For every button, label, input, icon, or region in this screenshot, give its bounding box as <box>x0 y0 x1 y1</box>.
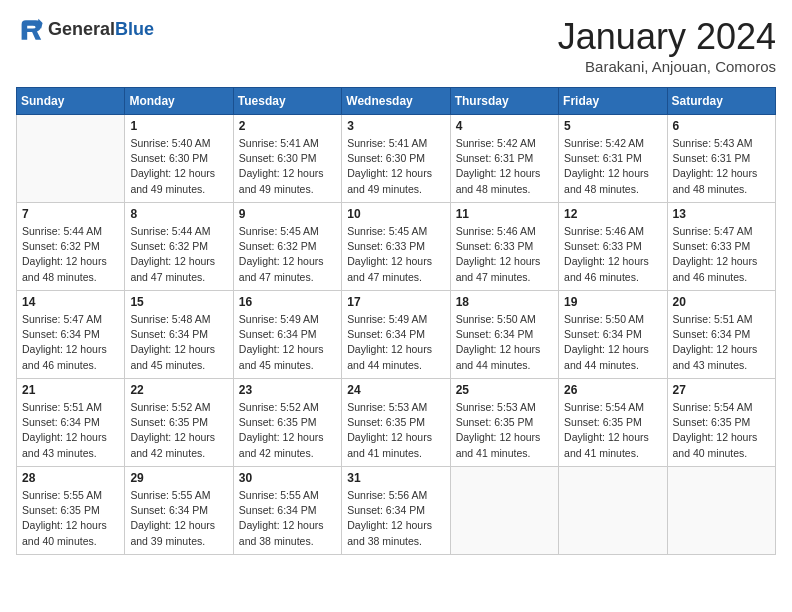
day-info: Sunrise: 5:44 AMSunset: 6:32 PMDaylight:… <box>22 224 119 285</box>
day-number: 7 <box>22 207 119 221</box>
calendar-cell: 6Sunrise: 5:43 AMSunset: 6:31 PMDaylight… <box>667 115 775 203</box>
day-number: 26 <box>564 383 661 397</box>
day-number: 13 <box>673 207 770 221</box>
day-info: Sunrise: 5:47 AMSunset: 6:33 PMDaylight:… <box>673 224 770 285</box>
title-area: January 2024 Barakani, Anjouan, Comoros <box>558 16 776 75</box>
day-number: 28 <box>22 471 119 485</box>
day-info: Sunrise: 5:42 AMSunset: 6:31 PMDaylight:… <box>456 136 553 197</box>
calendar-cell: 15Sunrise: 5:48 AMSunset: 6:34 PMDayligh… <box>125 291 233 379</box>
week-row-2: 7Sunrise: 5:44 AMSunset: 6:32 PMDaylight… <box>17 203 776 291</box>
day-info: Sunrise: 5:55 AMSunset: 6:34 PMDaylight:… <box>239 488 336 549</box>
day-number: 31 <box>347 471 444 485</box>
day-number: 29 <box>130 471 227 485</box>
day-number: 24 <box>347 383 444 397</box>
day-info: Sunrise: 5:49 AMSunset: 6:34 PMDaylight:… <box>239 312 336 373</box>
logo: GeneralBlue <box>16 16 154 44</box>
day-info: Sunrise: 5:40 AMSunset: 6:30 PMDaylight:… <box>130 136 227 197</box>
weekday-header-monday: Monday <box>125 88 233 115</box>
day-number: 6 <box>673 119 770 133</box>
calendar-cell: 12Sunrise: 5:46 AMSunset: 6:33 PMDayligh… <box>559 203 667 291</box>
day-info: Sunrise: 5:45 AMSunset: 6:33 PMDaylight:… <box>347 224 444 285</box>
weekday-header-thursday: Thursday <box>450 88 558 115</box>
calendar-cell: 5Sunrise: 5:42 AMSunset: 6:31 PMDaylight… <box>559 115 667 203</box>
calendar-cell: 4Sunrise: 5:42 AMSunset: 6:31 PMDaylight… <box>450 115 558 203</box>
day-number: 27 <box>673 383 770 397</box>
calendar-cell <box>559 467 667 555</box>
weekday-header-wednesday: Wednesday <box>342 88 450 115</box>
day-info: Sunrise: 5:46 AMSunset: 6:33 PMDaylight:… <box>456 224 553 285</box>
day-info: Sunrise: 5:50 AMSunset: 6:34 PMDaylight:… <box>456 312 553 373</box>
month-title: January 2024 <box>558 16 776 58</box>
day-info: Sunrise: 5:56 AMSunset: 6:34 PMDaylight:… <box>347 488 444 549</box>
day-number: 16 <box>239 295 336 309</box>
weekday-header-row: SundayMondayTuesdayWednesdayThursdayFrid… <box>17 88 776 115</box>
day-info: Sunrise: 5:51 AMSunset: 6:34 PMDaylight:… <box>673 312 770 373</box>
day-number: 8 <box>130 207 227 221</box>
day-number: 18 <box>456 295 553 309</box>
week-row-1: 1Sunrise: 5:40 AMSunset: 6:30 PMDaylight… <box>17 115 776 203</box>
calendar-cell: 10Sunrise: 5:45 AMSunset: 6:33 PMDayligh… <box>342 203 450 291</box>
day-info: Sunrise: 5:49 AMSunset: 6:34 PMDaylight:… <box>347 312 444 373</box>
calendar-cell <box>667 467 775 555</box>
day-info: Sunrise: 5:54 AMSunset: 6:35 PMDaylight:… <box>564 400 661 461</box>
day-info: Sunrise: 5:43 AMSunset: 6:31 PMDaylight:… <box>673 136 770 197</box>
day-number: 10 <box>347 207 444 221</box>
calendar-cell: 20Sunrise: 5:51 AMSunset: 6:34 PMDayligh… <box>667 291 775 379</box>
calendar-cell: 9Sunrise: 5:45 AMSunset: 6:32 PMDaylight… <box>233 203 341 291</box>
calendar-cell: 19Sunrise: 5:50 AMSunset: 6:34 PMDayligh… <box>559 291 667 379</box>
calendar-cell: 11Sunrise: 5:46 AMSunset: 6:33 PMDayligh… <box>450 203 558 291</box>
calendar-cell: 13Sunrise: 5:47 AMSunset: 6:33 PMDayligh… <box>667 203 775 291</box>
day-number: 20 <box>673 295 770 309</box>
logo-icon <box>16 16 44 44</box>
week-row-5: 28Sunrise: 5:55 AMSunset: 6:35 PMDayligh… <box>17 467 776 555</box>
day-info: Sunrise: 5:53 AMSunset: 6:35 PMDaylight:… <box>347 400 444 461</box>
day-number: 19 <box>564 295 661 309</box>
calendar-cell: 26Sunrise: 5:54 AMSunset: 6:35 PMDayligh… <box>559 379 667 467</box>
calendar-cell: 8Sunrise: 5:44 AMSunset: 6:32 PMDaylight… <box>125 203 233 291</box>
day-number: 22 <box>130 383 227 397</box>
day-info: Sunrise: 5:45 AMSunset: 6:32 PMDaylight:… <box>239 224 336 285</box>
day-number: 25 <box>456 383 553 397</box>
day-info: Sunrise: 5:53 AMSunset: 6:35 PMDaylight:… <box>456 400 553 461</box>
weekday-header-sunday: Sunday <box>17 88 125 115</box>
day-info: Sunrise: 5:52 AMSunset: 6:35 PMDaylight:… <box>239 400 336 461</box>
day-info: Sunrise: 5:55 AMSunset: 6:34 PMDaylight:… <box>130 488 227 549</box>
calendar-cell: 1Sunrise: 5:40 AMSunset: 6:30 PMDaylight… <box>125 115 233 203</box>
calendar-cell: 16Sunrise: 5:49 AMSunset: 6:34 PMDayligh… <box>233 291 341 379</box>
calendar-cell: 24Sunrise: 5:53 AMSunset: 6:35 PMDayligh… <box>342 379 450 467</box>
day-info: Sunrise: 5:48 AMSunset: 6:34 PMDaylight:… <box>130 312 227 373</box>
header: GeneralBlue January 2024 Barakani, Anjou… <box>16 16 776 75</box>
logo-text: GeneralBlue <box>48 20 154 40</box>
day-number: 3 <box>347 119 444 133</box>
day-info: Sunrise: 5:55 AMSunset: 6:35 PMDaylight:… <box>22 488 119 549</box>
day-number: 30 <box>239 471 336 485</box>
location-subtitle: Barakani, Anjouan, Comoros <box>558 58 776 75</box>
day-number: 21 <box>22 383 119 397</box>
day-info: Sunrise: 5:44 AMSunset: 6:32 PMDaylight:… <box>130 224 227 285</box>
week-row-3: 14Sunrise: 5:47 AMSunset: 6:34 PMDayligh… <box>17 291 776 379</box>
day-info: Sunrise: 5:46 AMSunset: 6:33 PMDaylight:… <box>564 224 661 285</box>
day-number: 15 <box>130 295 227 309</box>
calendar-cell: 23Sunrise: 5:52 AMSunset: 6:35 PMDayligh… <box>233 379 341 467</box>
day-info: Sunrise: 5:51 AMSunset: 6:34 PMDaylight:… <box>22 400 119 461</box>
day-number: 11 <box>456 207 553 221</box>
calendar-cell <box>450 467 558 555</box>
day-number: 1 <box>130 119 227 133</box>
calendar-cell: 30Sunrise: 5:55 AMSunset: 6:34 PMDayligh… <box>233 467 341 555</box>
calendar-cell: 18Sunrise: 5:50 AMSunset: 6:34 PMDayligh… <box>450 291 558 379</box>
day-number: 5 <box>564 119 661 133</box>
weekday-header-tuesday: Tuesday <box>233 88 341 115</box>
day-info: Sunrise: 5:52 AMSunset: 6:35 PMDaylight:… <box>130 400 227 461</box>
calendar-cell <box>17 115 125 203</box>
day-number: 14 <box>22 295 119 309</box>
day-info: Sunrise: 5:47 AMSunset: 6:34 PMDaylight:… <box>22 312 119 373</box>
calendar-cell: 31Sunrise: 5:56 AMSunset: 6:34 PMDayligh… <box>342 467 450 555</box>
calendar-cell: 7Sunrise: 5:44 AMSunset: 6:32 PMDaylight… <box>17 203 125 291</box>
week-row-4: 21Sunrise: 5:51 AMSunset: 6:34 PMDayligh… <box>17 379 776 467</box>
calendar-table: SundayMondayTuesdayWednesdayThursdayFrid… <box>16 87 776 555</box>
day-number: 2 <box>239 119 336 133</box>
day-number: 9 <box>239 207 336 221</box>
calendar-cell: 17Sunrise: 5:49 AMSunset: 6:34 PMDayligh… <box>342 291 450 379</box>
day-number: 17 <box>347 295 444 309</box>
weekday-header-friday: Friday <box>559 88 667 115</box>
